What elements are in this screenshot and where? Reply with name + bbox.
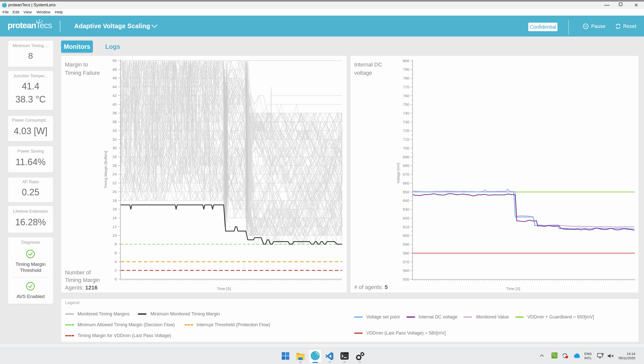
svg-text:42: 42 (112, 93, 117, 98)
svg-text:20: 20 (112, 190, 117, 194)
svg-text:650: 650 (403, 190, 409, 194)
svg-text:700: 700 (403, 146, 409, 150)
svg-text:740: 740 (403, 111, 409, 115)
svg-text:720: 720 (403, 128, 409, 133)
svg-text:Timing Margin [Buffers]: Timing Margin [Buffers] (104, 151, 108, 188)
svg-text:32: 32 (112, 137, 117, 141)
svg-text:38: 38 (112, 111, 117, 115)
svg-text:710: 710 (403, 137, 409, 141)
svg-text:4: 4 (114, 260, 117, 264)
svg-text:660: 660 (403, 181, 409, 185)
svg-text:44: 44 (112, 85, 117, 89)
svg-text:750: 750 (403, 102, 409, 106)
svg-text:40: 40 (112, 102, 117, 106)
svg-text:Voltage [mV]: Voltage [mV] (396, 163, 400, 184)
svg-text:10: 10 (112, 233, 117, 237)
svg-text:Time [S]: Time [S] (506, 286, 520, 291)
svg-text:590: 590 (403, 242, 409, 246)
svg-text:620: 620 (403, 216, 409, 220)
svg-text:690: 690 (403, 155, 409, 159)
svg-text:580: 580 (403, 251, 409, 255)
svg-text:28: 28 (112, 155, 117, 159)
svg-text:6: 6 (114, 251, 117, 255)
svg-text:640: 640 (403, 198, 409, 203)
svg-text:600: 600 (403, 233, 409, 238)
svg-text:610: 610 (403, 225, 409, 229)
svg-text:770: 770 (403, 85, 409, 89)
svg-text:8: 8 (114, 242, 117, 246)
svg-text:36: 36 (112, 120, 117, 124)
svg-text:670: 670 (403, 172, 409, 176)
svg-text:22: 22 (112, 181, 117, 185)
svg-text:630: 630 (403, 207, 409, 211)
svg-text:18: 18 (112, 198, 117, 203)
svg-text:550: 550 (403, 277, 409, 281)
svg-text:14: 14 (112, 216, 117, 220)
svg-text:24: 24 (112, 172, 117, 176)
svg-text:12: 12 (112, 225, 117, 229)
svg-text:560: 560 (403, 268, 409, 273)
svg-text:Time [S]: Time [S] (217, 286, 231, 291)
svg-text:30: 30 (112, 146, 117, 150)
svg-text:680: 680 (403, 163, 409, 168)
svg-text:34: 34 (112, 128, 117, 133)
svg-text:26: 26 (112, 163, 117, 168)
svg-text:730: 730 (403, 120, 409, 124)
svg-text:16: 16 (112, 207, 117, 211)
svg-text:760: 760 (403, 94, 409, 98)
svg-text:570: 570 (403, 260, 409, 264)
